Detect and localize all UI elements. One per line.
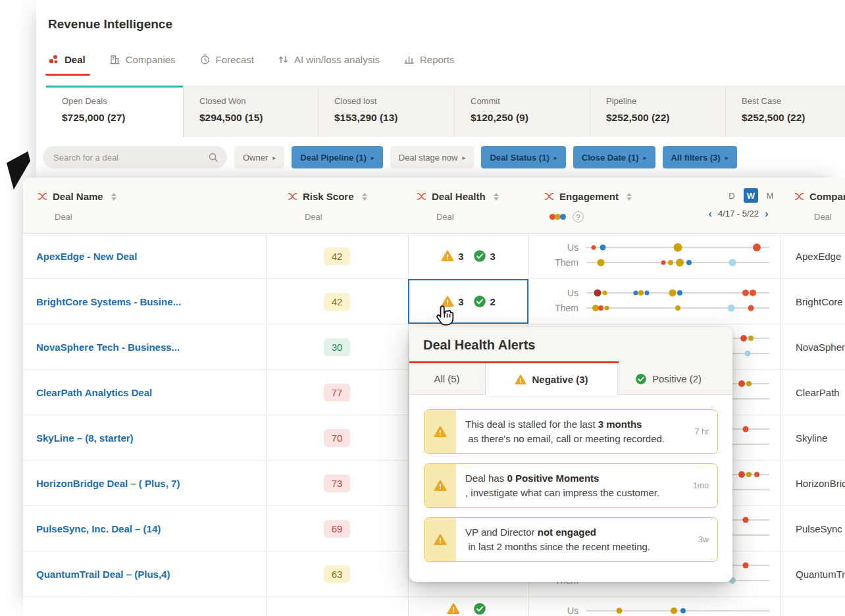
engagement-dot bbox=[677, 290, 682, 295]
tab-label: Companies bbox=[126, 54, 176, 65]
negative-count: 3 bbox=[458, 251, 463, 262]
chip-label: All filters (3) bbox=[671, 153, 721, 163]
engagement-cell[interactable]: UsThem bbox=[528, 234, 780, 278]
column-subtitle: Deal bbox=[814, 212, 832, 222]
table-row: ApexEdge - New Deal4233UsThemApexEdge bbox=[23, 234, 845, 279]
tab-ai-win-loss-analysis[interactable]: AI win/loss analysis bbox=[278, 54, 380, 65]
next-range-button[interactable]: › bbox=[765, 208, 769, 219]
warning-icon bbox=[424, 518, 456, 561]
deal-name-link[interactable]: BrightCore Systems - Busine... bbox=[36, 279, 260, 324]
company-cell: ClearPath bbox=[780, 370, 845, 415]
ai-winloss-icon bbox=[278, 54, 289, 65]
summary-card-closed-won[interactable]: Closed Won$294,500 (15) bbox=[183, 86, 318, 137]
engagement-dot bbox=[598, 259, 605, 267]
column-header-engagement[interactable]: Engagement bbox=[544, 191, 632, 202]
search-input[interactable] bbox=[43, 146, 227, 168]
tab-companies[interactable]: Companies bbox=[109, 54, 176, 65]
filter-chip-deal-pipeline-1[interactable]: Deal Pipeline (1)▸ bbox=[292, 146, 382, 168]
deal-name-link[interactable] bbox=[36, 597, 260, 616]
deal-health-cell[interactable]: 33 bbox=[408, 234, 528, 278]
column-header-risk-score[interactable]: Risk Score bbox=[288, 191, 367, 202]
summary-card-commit[interactable]: Commit$120,250 (9) bbox=[454, 86, 590, 137]
tab-reports[interactable]: Reports bbox=[403, 54, 455, 65]
popup-alerts-list: This deal is stalled for the last 3 mont… bbox=[409, 395, 732, 562]
filter-chip-close-date-1[interactable]: Close Date (1)▸ bbox=[573, 146, 655, 168]
period-option-m[interactable]: M bbox=[763, 188, 777, 203]
deal-name-link[interactable]: HorizonBridge Deal – ( Plus, 7) bbox=[36, 461, 260, 505]
alert-text-part: This deal is stalled for the last bbox=[465, 417, 598, 432]
engagement-dot bbox=[617, 608, 623, 614]
alert-text-bold: 0 Positive Moments bbox=[507, 471, 599, 486]
column-header-deal-name[interactable]: Deal Name bbox=[38, 191, 116, 202]
engagement-us-row: Us bbox=[528, 240, 780, 255]
help-icon[interactable]: ? bbox=[573, 211, 584, 222]
warning-icon bbox=[441, 249, 454, 263]
forecast-icon bbox=[199, 54, 211, 65]
sort-icon[interactable] bbox=[627, 193, 632, 201]
sort-icon[interactable] bbox=[494, 193, 499, 201]
negative-count: 3 bbox=[458, 296, 463, 307]
deal-health-cell[interactable]: 32 bbox=[408, 279, 528, 324]
deal-name-link[interactable]: PulseSync, Inc. Deal – (14) bbox=[36, 506, 260, 551]
negative-alerts-group bbox=[447, 602, 464, 615]
table-header: Deal NameDealRisk ScoreDealDeal HealthDe… bbox=[23, 178, 845, 234]
positive-count: 3 bbox=[490, 251, 496, 262]
column-subtitle: Deal bbox=[305, 212, 322, 222]
table-row: UsThem bbox=[23, 597, 845, 616]
column-header-company[interactable]: Company bbox=[794, 191, 845, 202]
summary-card-best-case[interactable]: Best Case$252,500 (22) bbox=[725, 86, 845, 137]
engagement-cell[interactable]: UsThem bbox=[528, 279, 780, 324]
engagement-dot bbox=[729, 259, 736, 267]
engagement-cell[interactable]: UsThem bbox=[528, 597, 780, 616]
engagement-them-track bbox=[586, 300, 769, 316]
summary-card-open-deals[interactable]: Open Deals$725,000 (27) bbox=[46, 86, 183, 137]
deal-name-link[interactable]: ApexEdge - New Deal bbox=[36, 234, 260, 278]
positive-alerts-group: 3 bbox=[473, 249, 496, 263]
summary-card-label: Pipeline bbox=[606, 96, 725, 106]
risk-score-badge: 70 bbox=[324, 429, 350, 447]
column-header-deal-health[interactable]: Deal Health bbox=[417, 191, 499, 202]
tab-label: Reports bbox=[420, 54, 455, 65]
period-option-d[interactable]: D bbox=[725, 188, 739, 203]
summary-card-value: $294,500 (15) bbox=[199, 112, 318, 124]
sort-icon[interactable] bbox=[111, 193, 116, 201]
period-option-w[interactable]: W bbox=[744, 188, 758, 203]
engagement-dot bbox=[686, 260, 692, 265]
filter-chip-owner[interactable]: Owner▸ bbox=[234, 146, 284, 168]
filter-chip-deal-stage-now[interactable]: Deal stage now▸ bbox=[390, 146, 474, 168]
column-label: Company bbox=[809, 191, 845, 202]
date-range-label: 4/17 - 5/22 bbox=[718, 209, 759, 218]
period-toggle: DWM bbox=[725, 188, 777, 203]
popup-tabs: All (5)Negative (3)Positive (2) bbox=[409, 363, 732, 395]
popup-tab-all-5[interactable]: All (5) bbox=[417, 363, 476, 394]
summary-card-pipeline[interactable]: Pipeline$252,500 (22) bbox=[590, 86, 725, 137]
alert-text-bold: not engaged bbox=[538, 525, 596, 540]
chip-label: Close Date (1) bbox=[582, 153, 639, 163]
risk-score-badge: 30 bbox=[324, 338, 350, 356]
popup-tab-positive-2[interactable]: Positive (2) bbox=[618, 363, 719, 394]
sort-icon[interactable] bbox=[362, 193, 367, 201]
deal-health-cell[interactable] bbox=[408, 597, 528, 616]
nav-tabs: DealCompaniesForecastAI win/loss analysi… bbox=[48, 54, 455, 65]
popup-tab-negative-3[interactable]: Negative (3) bbox=[485, 363, 618, 396]
tab-forecast[interactable]: Forecast bbox=[199, 54, 254, 65]
filter-chip-deal-status-1[interactable]: Deal Status (1)▸ bbox=[481, 146, 565, 168]
risk-score-badge: 42 bbox=[324, 293, 350, 311]
deal-name-link[interactable]: NovaSphere Tech - Business... bbox=[36, 324, 260, 369]
deal-name-link[interactable]: ClearPath Analytics Deal bbox=[36, 370, 260, 415]
filter-chip-all-filters-3[interactable]: All filters (3)▸ bbox=[663, 146, 737, 168]
risk-score-badge: 63 bbox=[324, 565, 350, 583]
warning-icon bbox=[515, 374, 526, 386]
prev-range-button[interactable]: ‹ bbox=[708, 208, 712, 219]
engagement-us-label: Us bbox=[528, 605, 586, 616]
engagement-dot bbox=[669, 290, 676, 297]
tab-deal[interactable]: Deal bbox=[48, 54, 86, 65]
popup-tab-label: All (5) bbox=[434, 373, 459, 384]
risk-score-cell: 30 bbox=[266, 324, 408, 369]
summary-card-closed-lost[interactable]: Closed lost$153,290 (13) bbox=[318, 86, 454, 137]
deal-name-link[interactable]: SkyLine – (8, starter) bbox=[36, 415, 260, 460]
field-icon bbox=[544, 192, 554, 201]
alert-text-part: VP and Director bbox=[465, 525, 538, 540]
table-row: BrightCore Systems - Busine...4232UsThem… bbox=[23, 279, 845, 324]
deal-name-link[interactable]: QuantumTrail Deal – (Plus,4) bbox=[36, 552, 260, 596]
